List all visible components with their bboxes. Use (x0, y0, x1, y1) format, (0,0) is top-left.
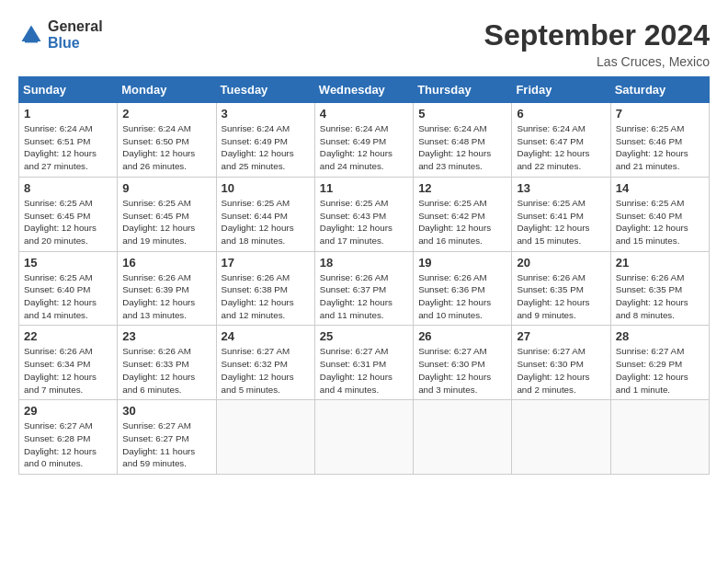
day-number: 21 (616, 256, 704, 270)
day-cell: 22Sunrise: 6:26 AM Sunset: 6:34 PM Dayli… (19, 326, 118, 400)
day-detail: Sunrise: 6:25 AM Sunset: 6:42 PM Dayligh… (418, 197, 506, 247)
day-number: 20 (517, 256, 605, 270)
day-detail: Sunrise: 6:24 AM Sunset: 6:49 PM Dayligh… (320, 122, 408, 173)
col-header-sunday: Sunday (19, 77, 118, 103)
day-detail: Sunrise: 6:24 AM Sunset: 6:51 PM Dayligh… (24, 122, 112, 173)
day-cell: 13Sunrise: 6:25 AM Sunset: 6:41 PM Dayli… (512, 177, 610, 251)
day-cell (414, 400, 512, 475)
day-cell: 25Sunrise: 6:27 AM Sunset: 6:31 PM Dayli… (314, 326, 413, 400)
day-number: 11 (320, 181, 408, 195)
col-header-tuesday: Tuesday (216, 77, 314, 103)
month-title: September 2024 (484, 18, 710, 52)
day-cell: 5Sunrise: 6:24 AM Sunset: 6:48 PM Daylig… (414, 103, 512, 178)
day-detail: Sunrise: 6:26 AM Sunset: 6:37 PM Dayligh… (320, 271, 408, 322)
day-number: 15 (24, 256, 112, 270)
col-header-thursday: Thursday (414, 77, 512, 103)
day-number: 25 (320, 329, 408, 343)
day-detail: Sunrise: 6:24 AM Sunset: 6:49 PM Dayligh… (222, 122, 310, 173)
day-detail: Sunrise: 6:24 AM Sunset: 6:50 PM Dayligh… (122, 122, 210, 173)
col-header-monday: Monday (118, 77, 216, 103)
day-detail: Sunrise: 6:27 AM Sunset: 6:30 PM Dayligh… (418, 345, 506, 396)
day-detail: Sunrise: 6:27 AM Sunset: 6:32 PM Dayligh… (222, 345, 310, 396)
day-number: 17 (222, 256, 310, 270)
day-detail: Sunrise: 6:26 AM Sunset: 6:35 PM Dayligh… (517, 271, 605, 322)
day-number: 12 (418, 181, 506, 195)
day-number: 9 (122, 181, 210, 195)
day-cell: 4Sunrise: 6:24 AM Sunset: 6:49 PM Daylig… (314, 103, 413, 178)
day-number: 10 (222, 181, 310, 195)
day-detail: Sunrise: 6:27 AM Sunset: 6:27 PM Dayligh… (122, 419, 210, 470)
week-row-4: 22Sunrise: 6:26 AM Sunset: 6:34 PM Dayli… (19, 326, 710, 400)
week-row-2: 8Sunrise: 6:25 AM Sunset: 6:45 PM Daylig… (19, 177, 710, 251)
day-detail: Sunrise: 6:26 AM Sunset: 6:38 PM Dayligh… (222, 271, 310, 322)
day-cell: 23Sunrise: 6:26 AM Sunset: 6:33 PM Dayli… (118, 326, 216, 400)
day-number: 14 (616, 181, 704, 195)
day-number: 8 (24, 181, 112, 195)
day-cell (314, 400, 413, 475)
day-cell: 16Sunrise: 6:26 AM Sunset: 6:39 PM Dayli… (118, 251, 216, 326)
day-cell: 26Sunrise: 6:27 AM Sunset: 6:30 PM Dayli… (414, 326, 512, 400)
day-detail: Sunrise: 6:27 AM Sunset: 6:28 PM Dayligh… (24, 419, 112, 470)
day-cell: 27Sunrise: 6:27 AM Sunset: 6:30 PM Dayli… (512, 326, 610, 400)
day-detail: Sunrise: 6:27 AM Sunset: 6:29 PM Dayligh… (616, 345, 704, 396)
day-detail: Sunrise: 6:26 AM Sunset: 6:33 PM Dayligh… (122, 345, 210, 396)
day-detail: Sunrise: 6:24 AM Sunset: 6:48 PM Dayligh… (418, 122, 506, 173)
col-header-friday: Friday (512, 77, 610, 103)
day-detail: Sunrise: 6:25 AM Sunset: 6:46 PM Dayligh… (616, 122, 704, 173)
day-number: 18 (320, 256, 408, 270)
day-cell: 9Sunrise: 6:25 AM Sunset: 6:45 PM Daylig… (118, 177, 216, 251)
day-number: 22 (24, 329, 112, 343)
day-number: 6 (517, 107, 605, 121)
day-detail: Sunrise: 6:27 AM Sunset: 6:30 PM Dayligh… (517, 345, 605, 396)
day-cell: 17Sunrise: 6:26 AM Sunset: 6:38 PM Dayli… (216, 251, 314, 326)
day-cell: 1Sunrise: 6:24 AM Sunset: 6:51 PM Daylig… (19, 103, 118, 178)
day-number: 28 (616, 329, 704, 343)
day-cell: 6Sunrise: 6:24 AM Sunset: 6:47 PM Daylig… (512, 103, 610, 178)
day-detail: Sunrise: 6:24 AM Sunset: 6:47 PM Dayligh… (517, 122, 605, 173)
day-cell: 21Sunrise: 6:26 AM Sunset: 6:35 PM Dayli… (610, 251, 709, 326)
location: Las Cruces, Mexico (484, 54, 710, 69)
day-cell (512, 400, 610, 475)
day-cell: 10Sunrise: 6:25 AM Sunset: 6:44 PM Dayli… (216, 177, 314, 251)
day-number: 19 (418, 256, 506, 270)
day-cell: 24Sunrise: 6:27 AM Sunset: 6:32 PM Dayli… (216, 326, 314, 400)
day-detail: Sunrise: 6:25 AM Sunset: 6:43 PM Dayligh… (320, 197, 408, 247)
day-number: 13 (517, 181, 605, 195)
day-cell: 14Sunrise: 6:25 AM Sunset: 6:40 PM Dayli… (610, 177, 709, 251)
week-row-5: 29Sunrise: 6:27 AM Sunset: 6:28 PM Dayli… (19, 400, 710, 475)
day-cell: 19Sunrise: 6:26 AM Sunset: 6:36 PM Dayli… (414, 251, 512, 326)
day-detail: Sunrise: 6:25 AM Sunset: 6:45 PM Dayligh… (122, 197, 210, 247)
day-detail: Sunrise: 6:26 AM Sunset: 6:36 PM Dayligh… (418, 271, 506, 322)
week-row-3: 15Sunrise: 6:25 AM Sunset: 6:40 PM Dayli… (19, 251, 710, 326)
day-cell: 18Sunrise: 6:26 AM Sunset: 6:37 PM Dayli… (314, 251, 413, 326)
day-detail: Sunrise: 6:26 AM Sunset: 6:39 PM Dayligh… (122, 271, 210, 322)
day-cell: 20Sunrise: 6:26 AM Sunset: 6:35 PM Dayli… (512, 251, 610, 326)
logo-icon (18, 22, 44, 48)
day-cell: 3Sunrise: 6:24 AM Sunset: 6:49 PM Daylig… (216, 103, 314, 178)
day-number: 26 (418, 329, 506, 343)
day-cell (216, 400, 314, 475)
day-detail: Sunrise: 6:25 AM Sunset: 6:44 PM Dayligh… (222, 197, 310, 247)
week-row-1: 1Sunrise: 6:24 AM Sunset: 6:51 PM Daylig… (19, 103, 710, 178)
logo: General Blue (18, 18, 103, 52)
day-number: 16 (122, 256, 210, 270)
day-number: 27 (517, 329, 605, 343)
day-detail: Sunrise: 6:25 AM Sunset: 6:41 PM Dayligh… (517, 197, 605, 247)
day-cell (610, 400, 709, 475)
day-detail: Sunrise: 6:25 AM Sunset: 6:40 PM Dayligh… (24, 271, 112, 322)
col-header-wednesday: Wednesday (314, 77, 413, 103)
day-number: 1 (24, 107, 112, 121)
calendar-table: SundayMondayTuesdayWednesdayThursdayFrid… (18, 76, 710, 475)
day-cell: 29Sunrise: 6:27 AM Sunset: 6:28 PM Dayli… (19, 400, 118, 475)
day-cell: 2Sunrise: 6:24 AM Sunset: 6:50 PM Daylig… (118, 103, 216, 178)
day-detail: Sunrise: 6:26 AM Sunset: 6:35 PM Dayligh… (616, 271, 704, 322)
day-number: 4 (320, 107, 408, 121)
day-number: 30 (122, 404, 210, 418)
day-cell: 8Sunrise: 6:25 AM Sunset: 6:45 PM Daylig… (19, 177, 118, 251)
svg-marker-0 (22, 26, 41, 42)
day-number: 3 (222, 107, 310, 121)
day-cell: 12Sunrise: 6:25 AM Sunset: 6:42 PM Dayli… (414, 177, 512, 251)
day-detail: Sunrise: 6:25 AM Sunset: 6:40 PM Dayligh… (616, 197, 704, 247)
day-number: 29 (24, 404, 112, 418)
day-cell: 28Sunrise: 6:27 AM Sunset: 6:29 PM Dayli… (610, 326, 709, 400)
